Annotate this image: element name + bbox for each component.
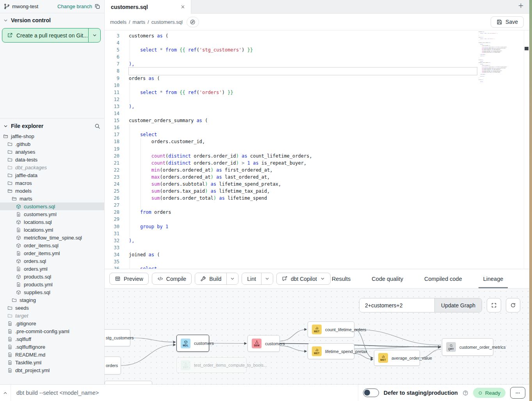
build-button[interactable]: Build (195, 273, 226, 284)
create-pr-dropdown-button[interactable] (88, 28, 100, 42)
tree-item-.gitignore[interactable]: .gitignore (0, 319, 104, 327)
tab-results[interactable]: Results (328, 269, 354, 288)
lint-dropdown-button[interactable] (261, 273, 273, 284)
lineage-node-test_order_items[interactable]: TSTtest_order_items_compute_to_bools... (176, 357, 247, 373)
code-line-36[interactable]: 36 select (105, 265, 529, 269)
code-line-11[interactable]: 11 select * from {{ ref('orders') }} (105, 89, 529, 96)
explore-lineage-button[interactable] (187, 17, 199, 27)
code-line-13[interactable]: 13), (105, 103, 529, 110)
lineage-node-orders[interactable]: MDLorders (105, 357, 121, 374)
tree-item-orders.sql[interactable]: orders.sql (0, 257, 104, 265)
tree-item-models[interactable]: models (0, 187, 104, 195)
code-line-35[interactable]: 35 (105, 258, 529, 265)
lineage-node-average_order_value[interactable]: METaverage_order_value (374, 350, 420, 366)
command-input[interactable]: dbt build --select <model_name> (11, 390, 358, 396)
tree-item-.sqlfluffignore[interactable]: .sqlfluffignore (0, 343, 104, 351)
help-icon[interactable] (463, 390, 468, 396)
tree-item-Taskfile.yml[interactable]: Taskfile.yml (0, 358, 104, 366)
tree-item-order_items.yml[interactable]: order_items.yml (0, 249, 104, 257)
update-graph-button[interactable]: Update Graph (434, 298, 482, 312)
code-lines[interactable]: 3customers as (45 select * from {{ ref('… (105, 30, 529, 269)
tree-item-locations.yml[interactable]: locations.yml (0, 226, 104, 234)
file-explorer-header[interactable]: File explorer (0, 119, 104, 132)
tree-item-dbt_packages[interactable]: dbt_packages (0, 163, 104, 171)
code-line-18[interactable]: 18 orders.customer_id, (105, 138, 529, 145)
build-dropdown-button[interactable] (226, 273, 238, 284)
tree-item-README.md[interactable]: README.md (0, 351, 104, 358)
refresh-graph-button[interactable] (506, 298, 520, 312)
lineage-node-partial_node[interactable] (105, 381, 152, 384)
dbt-copilot-button[interactable]: dbt Copilot (276, 273, 331, 285)
tree-item-data-tests[interactable]: data-tests (0, 156, 104, 163)
lineage-node-customers_mdl[interactable]: MDLcustomers (176, 335, 209, 352)
code-line-8[interactable]: 8 (105, 67, 529, 75)
preview-button[interactable]: Preview (109, 273, 149, 285)
code-line-22[interactable]: 22 min(orders.ordered_at) as first_order… (105, 167, 529, 174)
lineage-node-customer_order_metrics[interactable]: QRYcustomer_order_metrics (442, 338, 493, 356)
code-line-17[interactable]: 17 select (105, 131, 529, 138)
tree-item-target[interactable]: target (0, 312, 104, 319)
tree-item-customers.yml[interactable]: customers.yml (0, 210, 104, 218)
code-editor[interactable]: 3customers as (45 select * from {{ ref('… (105, 30, 529, 269)
lint-button[interactable]: Lint (242, 273, 261, 284)
code-line-4[interactable]: 4 (105, 39, 529, 46)
lineage-node-customers_sem[interactable]: SEMcustomers (247, 335, 280, 352)
tree-item-.github[interactable]: .github (0, 140, 104, 148)
code-line-15[interactable]: 15customer_orders_summary as ( (105, 117, 529, 124)
tab-lineage[interactable]: Lineage (479, 269, 507, 288)
tab-close-button[interactable] (180, 4, 185, 9)
tab-customers-sql[interactable]: customers.sql (105, 0, 191, 14)
tree-item-metricflow_time_spine.sql[interactable]: metricflow_time_spine.sql (0, 234, 104, 241)
collapse-panel-button[interactable] (0, 385, 11, 401)
new-tab-button[interactable] (518, 3, 524, 10)
code-line-21[interactable]: 21 count(distinct orders.order_id) > 1 a… (105, 160, 529, 167)
code-line-12[interactable]: 12 (105, 96, 529, 103)
tree-item-macros[interactable]: macros (0, 179, 104, 187)
code-line-20[interactable]: 20 count(distinct orders.order_id) as co… (105, 153, 529, 160)
code-line-6[interactable]: 6 (105, 53, 529, 60)
editor-minimap[interactable]: customers as ( select * from {{ ref('stg… (479, 31, 512, 125)
code-line-31[interactable]: 31 (105, 230, 529, 237)
tree-item-products.yml[interactable]: products.yml (0, 280, 104, 288)
code-line-26[interactable]: 26 sum(orders.order_total) as lifetime_s… (105, 195, 529, 202)
code-line-7[interactable]: 7), (105, 60, 529, 67)
tree-item-seeds[interactable]: seeds (0, 304, 104, 312)
ide-status-badge[interactable]: Ready (473, 388, 505, 398)
code-line-27[interactable]: 27 (105, 202, 529, 209)
save-button[interactable]: Save (491, 16, 524, 28)
code-line-34[interactable]: 34joined as ( (105, 251, 529, 258)
breadcrumb-marts[interactable]: marts (133, 19, 146, 25)
change-branch-link[interactable]: Change branch (57, 4, 92, 9)
lineage-node-count_lifetime_orders[interactable]: METcount_lifetime_orders (308, 321, 354, 337)
code-line-28[interactable]: 28 from orders (105, 209, 529, 216)
code-line-33[interactable]: 33 (105, 244, 529, 251)
code-line-9[interactable]: 9orders as ( (105, 75, 529, 82)
scrollbar-thumb[interactable] (525, 47, 528, 50)
code-line-14[interactable]: 14 (105, 110, 529, 117)
tree-item-products.sql[interactable]: products.sql (0, 273, 104, 280)
code-line-25[interactable]: 25 sum(orders.tax_paid) as lifetime_tax_… (105, 188, 529, 195)
lineage-node-lifetime_spend_pretax[interactable]: METlifetime_spend_pretax (308, 343, 354, 359)
file-search-button[interactable] (94, 123, 100, 129)
tree-item-staging[interactable]: staging (0, 296, 104, 304)
tree-item-analyses[interactable]: analyses (0, 148, 104, 156)
tree-item-.sqlfluff[interactable]: .sqlfluff (0, 335, 104, 343)
code-line-30[interactable]: 30 group by 1 (105, 223, 529, 230)
tree-item-jaffle-data[interactable]: jaffle-data (0, 171, 104, 179)
tab-compiled-code[interactable]: Compiled code (420, 269, 466, 288)
tree-item-locations.sql[interactable]: locations.sql (0, 218, 104, 226)
lineage-filter-input[interactable] (359, 298, 434, 312)
tree-item-customers.sql[interactable]: customers.sql (0, 202, 104, 210)
code-line-10[interactable]: 10 (105, 82, 529, 89)
tree-item-dbt_project.yml[interactable]: dbt_project.yml (0, 366, 104, 374)
code-line-24[interactable]: 24 sum(orders.subtotal) as lifetime_spen… (105, 181, 529, 188)
code-line-32[interactable]: 32), (105, 237, 529, 244)
tree-item-jaffle-shop[interactable]: jaffle-shop (0, 132, 104, 140)
editor-scrollbar[interactable] (524, 30, 529, 269)
more-options-button[interactable] (510, 387, 525, 399)
compile-button[interactable]: Compile (152, 273, 192, 285)
lineage-node-stg_customers[interactable]: MDLstg_customers (105, 329, 130, 346)
copy-branch-button[interactable] (94, 4, 100, 9)
tree-item-.pre-commit-config.yaml[interactable]: .pre-commit-config.yaml (0, 327, 104, 335)
code-line-5[interactable]: 5 select * from {{ ref('stg_customers') … (105, 46, 529, 53)
